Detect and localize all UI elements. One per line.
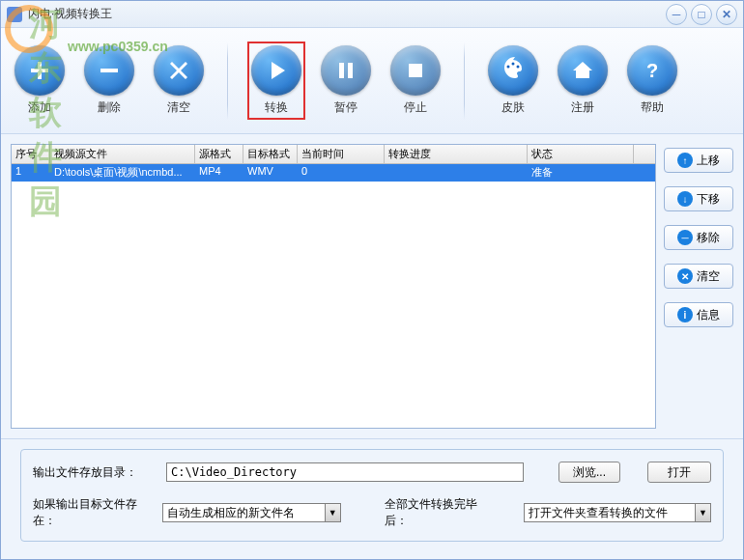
table-header: 序号 视频源文件 源格式 目标格式 当前时间 转换进度 状态 [12, 145, 655, 164]
table-body[interactable]: 1 D:\tools\桌面\视频\ncmbd... MP4 WMV 0 准备 [12, 164, 655, 428]
after-combo[interactable]: 打开文件夹查看转换的文件 ▼ [524, 503, 711, 522]
open-button[interactable]: 打开 [647, 462, 711, 483]
col-seq[interactable]: 序号 [12, 145, 50, 163]
table-row[interactable]: 1 D:\tools\桌面\视频\ncmbd... MP4 WMV 0 准备 [12, 164, 655, 182]
col-source[interactable]: 视频源文件 [50, 145, 195, 163]
after-label: 全部文件转换完毕后： [385, 496, 497, 529]
svg-rect-3 [409, 64, 422, 77]
minus-icon: ─ [677, 230, 693, 245]
home-icon [558, 45, 608, 96]
chevron-down-icon: ▼ [325, 504, 340, 521]
col-status[interactable]: 状态 [528, 145, 634, 163]
col-time[interactable]: 当前时间 [298, 145, 385, 163]
plus-icon [14, 45, 65, 96]
exists-combo[interactable]: 自动生成相应的新文件名 ▼ [162, 503, 340, 522]
side-buttons: ↑上移 ↓下移 ─移除 ✕清空 i信息 [664, 144, 733, 429]
separator [464, 42, 465, 120]
col-srcfmt[interactable]: 源格式 [195, 145, 243, 163]
svg-rect-0 [100, 69, 118, 72]
remove-button[interactable]: ─移除 [664, 225, 733, 250]
arrow-up-icon: ↑ [677, 153, 693, 168]
play-icon [251, 45, 301, 96]
info-icon: i [677, 307, 693, 322]
window-title: 闪电·视频转换王 [28, 6, 666, 22]
info-button[interactable]: i信息 [664, 302, 733, 327]
move-up-button[interactable]: ↑上移 [664, 148, 733, 173]
stop-button[interactable]: 停止 [386, 42, 444, 120]
output-dir-input[interactable] [166, 462, 524, 482]
chevron-down-icon: ▼ [695, 504, 710, 521]
col-progress[interactable]: 转换进度 [385, 145, 528, 163]
close-button[interactable]: ✕ [716, 4, 737, 25]
content-area: 序号 视频源文件 源格式 目标格式 当前时间 转换进度 状态 1 D:\tool… [1, 134, 743, 438]
maximize-button[interactable]: □ [691, 4, 712, 25]
titlebar: 闪电·视频转换王 ─ □ ✕ [1, 1, 743, 28]
browse-button[interactable]: 浏览... [558, 462, 620, 483]
bottom-panel: 输出文件存放目录： 浏览... 打开 如果输出目标文件存在： 自动生成相应的新文… [1, 438, 743, 559]
help-button[interactable]: ? 帮助 [623, 42, 681, 120]
svg-rect-2 [348, 63, 353, 78]
file-table: 序号 视频源文件 源格式 目标格式 当前时间 转换进度 状态 1 D:\tool… [11, 144, 656, 429]
clear-list-button[interactable]: ✕清空 [664, 264, 733, 289]
output-dir-label: 输出文件存放目录： [33, 464, 158, 481]
app-icon [7, 7, 22, 22]
pause-icon [321, 45, 371, 96]
clear-button[interactable]: 清空 [150, 42, 208, 120]
toolbar: 添加 删除 清空 转换 暂停 停止 [1, 28, 743, 134]
x-icon [154, 45, 204, 96]
delete-button[interactable]: 删除 [80, 42, 138, 120]
svg-rect-1 [339, 63, 344, 78]
svg-point-5 [512, 63, 515, 66]
question-icon: ? [627, 45, 677, 96]
stop-icon [390, 45, 441, 96]
add-button[interactable]: 添加 [11, 42, 69, 120]
pause-button[interactable]: 暂停 [317, 42, 375, 120]
skin-button[interactable]: 皮肤 [484, 42, 542, 120]
skin-icon [488, 45, 538, 96]
exists-label: 如果输出目标文件存在： [33, 496, 155, 529]
convert-button[interactable]: 转换 [247, 42, 305, 120]
svg-text:?: ? [646, 60, 658, 81]
separator [227, 42, 228, 120]
x-icon: ✕ [677, 268, 693, 284]
move-down-button[interactable]: ↓下移 [664, 186, 733, 211]
main-window: 闪电·视频转换王 ─ □ ✕ 添加 删除 清空 转换 [0, 0, 744, 560]
minus-icon [84, 45, 134, 96]
svg-point-6 [517, 66, 520, 69]
register-button[interactable]: 注册 [554, 42, 612, 120]
minimize-button[interactable]: ─ [666, 4, 687, 25]
arrow-down-icon: ↓ [677, 191, 693, 207]
svg-point-4 [507, 66, 510, 69]
col-dstfmt[interactable]: 目标格式 [243, 145, 298, 163]
